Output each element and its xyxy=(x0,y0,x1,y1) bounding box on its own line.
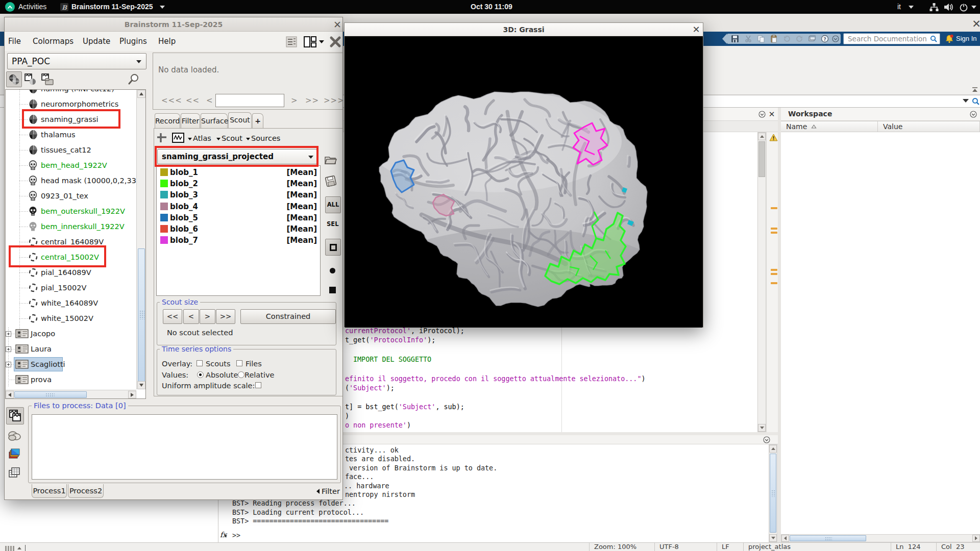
app-menu-dropdown-icon xyxy=(160,6,165,9)
volume-icon[interactable] xyxy=(943,3,953,12)
svg-text:B: B xyxy=(62,4,67,11)
figure-3d-window: 3D: Grassi ✕ xyxy=(0,0,980,551)
focused-app-menu[interactable]: Brainstorm 11-Sep-2025 xyxy=(71,0,153,14)
clock[interactable]: Oct 30 11:09 xyxy=(471,0,512,14)
figure-3d-canvas[interactable] xyxy=(345,36,702,328)
brain-3d-render xyxy=(345,36,702,328)
distro-logo-icon[interactable] xyxy=(5,2,15,12)
gnome-top-bar: Activities B Brainstorm 11-Sep-2025 Oct … xyxy=(0,0,980,14)
figure-3d-title: 3D: Grassi xyxy=(345,23,703,36)
keyboard-dropdown-icon xyxy=(909,6,914,9)
power-icon[interactable] xyxy=(959,3,968,12)
activities-button[interactable]: Activities xyxy=(18,0,46,14)
network-icon[interactable] xyxy=(929,3,939,12)
system-menu-dropdown-icon xyxy=(971,6,976,9)
figure-3d-close-icon[interactable]: ✕ xyxy=(690,23,703,36)
brainstorm-app-icon: B xyxy=(60,3,68,11)
keyboard-layout-indicator[interactable]: it xyxy=(897,0,901,14)
figure-3d-titlebar[interactable]: 3D: Grassi xyxy=(345,23,703,36)
figure-3d-frame: 3D: Grassi ✕ xyxy=(344,22,703,328)
